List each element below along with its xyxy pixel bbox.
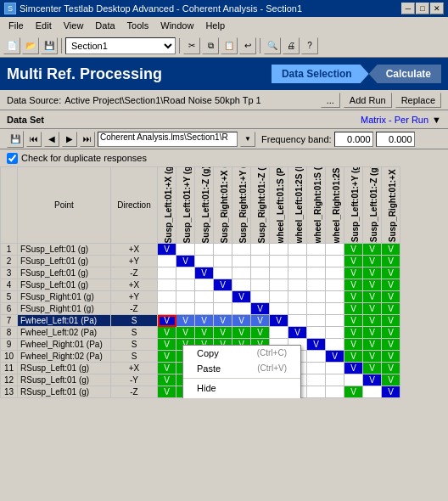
value-cell[interactable]: V [270,315,288,327]
nav-first-button[interactable]: ⏮ [26,132,42,147]
menu-tools[interactable]: Tools [122,20,154,31]
direction-cell[interactable]: -Z [111,386,158,398]
value-cell[interactable]: V [176,315,195,327]
nav-last-button[interactable]: ⏭ [80,132,95,147]
freq-from-input[interactable] [334,132,373,147]
value-cell[interactable] [326,267,344,279]
value-cell[interactable] [214,267,232,279]
point-cell[interactable]: Fwheel_Left:01 (Pa) [18,315,111,327]
value-cell[interactable] [232,244,251,256]
context-menu-item-hide[interactable]: Hide [183,380,300,396]
value-cell[interactable] [214,256,232,267]
tab-calculate[interactable]: Calculate [369,65,441,83]
value-cell[interactable]: V [363,351,382,363]
value-cell[interactable]: V [382,351,400,363]
value-cell[interactable]: V [363,279,382,291]
value-cell[interactable]: V [195,327,214,339]
value-cell[interactable]: V [382,244,400,256]
point-cell[interactable]: RSusp_Left:01 (g) [18,386,111,398]
value-cell[interactable] [195,256,214,267]
value-cell[interactable]: V [195,315,214,327]
value-cell[interactable]: V [158,339,176,351]
direction-cell[interactable]: +Y [111,256,158,267]
value-cell[interactable] [195,291,214,303]
value-cell[interactable] [307,386,326,398]
direction-cell[interactable]: -Z [111,267,158,279]
undo-button[interactable]: ↩ [239,37,256,54]
value-cell[interactable] [326,279,344,291]
direction-cell[interactable]: +X [111,363,158,374]
value-cell[interactable] [176,291,195,303]
value-cell[interactable] [288,291,307,303]
value-cell[interactable] [326,256,344,267]
value-cell[interactable]: V [344,386,363,398]
value-cell[interactable] [288,244,307,256]
save-dataset-button[interactable]: 💾 [7,131,24,148]
value-cell[interactable] [214,244,232,256]
value-cell[interactable] [158,303,176,315]
point-cell[interactable]: FSusp_Left:01 (g) [18,267,111,279]
value-cell[interactable] [270,256,288,267]
value-cell[interactable]: V [158,244,176,256]
value-cell[interactable] [307,267,326,279]
value-cell[interactable]: V [176,327,195,339]
value-cell[interactable]: V [251,315,270,327]
value-cell[interactable] [214,303,232,315]
zoom-in-button[interactable]: 🔍 [264,37,281,54]
point-cell[interactable]: RSusp_Left:01 (g) [18,363,111,374]
maximize-button[interactable]: □ [416,3,429,14]
point-cell[interactable]: FSusp_Right:01 (g) [18,303,111,315]
value-cell[interactable]: V [382,363,400,374]
value-cell[interactable]: V [363,267,382,279]
value-cell[interactable] [214,291,232,303]
value-cell[interactable] [326,303,344,315]
value-cell[interactable]: V [158,374,176,386]
value-cell[interactable] [307,351,326,363]
value-cell[interactable] [326,244,344,256]
value-cell[interactable]: V [344,327,363,339]
value-cell[interactable]: V [382,386,400,398]
value-cell[interactable]: V [195,267,214,279]
value-cell[interactable]: V [382,256,400,267]
menu-file[interactable]: File [3,20,29,31]
value-cell[interactable] [270,291,288,303]
value-cell[interactable]: V [344,267,363,279]
point-cell[interactable]: RSusp_Left:01 (g) [18,374,111,386]
freq-to-input[interactable] [376,132,415,147]
nav-file-dropdown[interactable]: ▼ [240,132,255,147]
value-cell[interactable]: V [158,315,176,327]
value-cell[interactable]: V [363,315,382,327]
value-cell[interactable] [326,386,344,398]
value-cell[interactable]: V [251,327,270,339]
menu-view[interactable]: View [59,20,89,31]
replace-button[interactable]: Replace [395,93,441,108]
value-cell[interactable]: V [363,327,382,339]
value-cell[interactable] [307,256,326,267]
value-cell[interactable]: V [176,256,195,267]
value-cell[interactable] [158,256,176,267]
direction-cell[interactable]: +X [111,244,158,256]
value-cell[interactable] [270,267,288,279]
value-cell[interactable] [251,291,270,303]
value-cell[interactable]: V [344,363,363,374]
direction-cell[interactable]: -Z [111,303,158,315]
value-cell[interactable] [326,315,344,327]
value-cell[interactable]: V [214,315,232,327]
window-controls[interactable]: ─ □ ✕ [401,3,444,14]
direction-cell[interactable]: S [111,351,158,363]
value-cell[interactable]: V [363,244,382,256]
value-cell[interactable] [195,303,214,315]
value-cell[interactable] [288,267,307,279]
value-cell[interactable] [195,279,214,291]
value-cell[interactable] [270,279,288,291]
value-cell[interactable]: V [344,244,363,256]
value-cell[interactable] [288,315,307,327]
check-duplicates-checkbox[interactable] [7,153,18,164]
value-cell[interactable]: V [363,303,382,315]
value-cell[interactable] [326,339,344,351]
direction-cell[interactable]: S [111,315,158,327]
value-cell[interactable] [270,303,288,315]
value-cell[interactable]: V [382,374,400,386]
point-cell[interactable]: FSusp_Right:01 (g) [18,291,111,303]
value-cell[interactable]: V [158,363,176,374]
